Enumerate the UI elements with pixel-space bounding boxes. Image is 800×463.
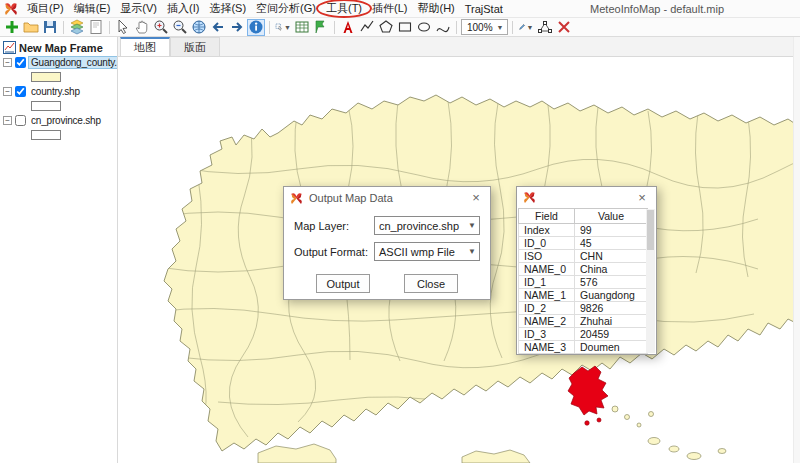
table-row[interactable]: ID_29826 bbox=[519, 302, 648, 315]
field-cell: Index bbox=[519, 224, 575, 237]
table-scrollbar[interactable] bbox=[646, 209, 655, 353]
menu-edit[interactable]: 编辑(E) bbox=[69, 0, 116, 17]
value-cell: 45 bbox=[575, 237, 648, 250]
collapse-toggle-icon[interactable]: − bbox=[3, 116, 12, 125]
legend-swatch[interactable] bbox=[31, 130, 61, 140]
legend-row bbox=[3, 99, 117, 113]
layout-page-icon[interactable] bbox=[87, 19, 105, 36]
table-row[interactable]: NAME_3Doumen bbox=[519, 341, 648, 354]
close-icon[interactable]: × bbox=[468, 191, 484, 205]
field-cell: NAME_2 bbox=[519, 315, 575, 328]
value-cell: 20459 bbox=[575, 328, 648, 341]
menu-trajstat[interactable]: TrajStat bbox=[460, 2, 508, 16]
map-frame-node[interactable]: New Map Frame bbox=[3, 40, 117, 55]
menu-tools[interactable]: 工具(T) bbox=[321, 0, 367, 17]
chevron-down-icon: ▼ bbox=[465, 221, 479, 230]
toolbar-separator bbox=[512, 21, 513, 34]
table-row[interactable]: ISOCHN bbox=[519, 250, 648, 263]
edit-pencil-icon[interactable]: ▼ bbox=[517, 19, 535, 36]
ellipse-icon[interactable] bbox=[415, 19, 433, 36]
map-layer-label: Map Layer: bbox=[294, 220, 374, 232]
menu-insert[interactable]: 插入(I) bbox=[162, 0, 204, 17]
dialog-titlebar[interactable]: × bbox=[517, 187, 656, 208]
label-icon[interactable] bbox=[312, 19, 330, 36]
toolbar-separator bbox=[109, 21, 110, 34]
field-cell: NAME_1 bbox=[519, 289, 575, 302]
layer-label[interactable]: country.shp bbox=[29, 86, 82, 97]
layer-checkbox[interactable] bbox=[15, 115, 26, 126]
select-feature-icon[interactable]: ▼ bbox=[274, 19, 292, 36]
menu-bar: 项目(P) 编辑(E) 显示(V) 插入(I) 选择(S) 空间分析(G) 工具… bbox=[0, 0, 800, 18]
collapse-toggle-icon[interactable]: − bbox=[3, 87, 12, 96]
chevron-down-icon: ▼ bbox=[465, 247, 479, 256]
select-element-icon[interactable] bbox=[114, 19, 132, 36]
rectangle-icon[interactable] bbox=[396, 19, 414, 36]
legend-swatch[interactable] bbox=[31, 72, 61, 82]
layer-checkbox[interactable] bbox=[15, 86, 26, 97]
save-project-icon[interactable] bbox=[41, 19, 59, 36]
layer-node[interactable]: − Guangdong_county.shp bbox=[3, 55, 117, 70]
layers-icon[interactable] bbox=[68, 19, 86, 36]
table-row[interactable]: Index99 bbox=[519, 224, 648, 237]
zoom-next-icon[interactable] bbox=[228, 19, 246, 36]
zoom-previous-icon[interactable] bbox=[209, 19, 227, 36]
polygon-icon[interactable] bbox=[377, 19, 395, 36]
value-cell: 99 bbox=[575, 224, 648, 237]
zoom-out-icon[interactable] bbox=[171, 19, 189, 36]
layer-checkbox[interactable] bbox=[15, 57, 26, 68]
dropdown-arrow-icon: ▼ bbox=[284, 24, 291, 31]
attribute-table-icon[interactable] bbox=[293, 19, 311, 36]
column-header-field[interactable]: Field bbox=[519, 209, 575, 224]
value-cell: China bbox=[575, 263, 648, 276]
field-cell: ID_3 bbox=[519, 328, 575, 341]
pan-icon[interactable] bbox=[133, 19, 151, 36]
collapse-toggle-icon[interactable]: − bbox=[3, 58, 12, 67]
table-row[interactable]: NAME_1Guangdong bbox=[519, 289, 648, 302]
menu-plugins[interactable]: 插件(L) bbox=[367, 0, 412, 17]
table-row[interactable]: NAME_0China bbox=[519, 263, 648, 276]
output-format-select[interactable]: ASCII wmp File ▼ bbox=[374, 242, 480, 261]
menu-project[interactable]: 项目(P) bbox=[22, 0, 69, 17]
output-map-data-dialog: Output Map Data × Map Layer: cn_province… bbox=[283, 186, 491, 300]
map-layer-select[interactable]: cn_province.shp ▼ bbox=[374, 216, 480, 235]
polyline-icon[interactable] bbox=[358, 19, 376, 36]
menu-selection[interactable]: 选择(S) bbox=[204, 0, 251, 17]
table-row[interactable]: ID_045 bbox=[519, 237, 648, 250]
full-extent-icon[interactable] bbox=[190, 19, 208, 36]
scrollbar-thumb[interactable] bbox=[647, 210, 654, 250]
delete-feature-icon[interactable] bbox=[555, 19, 573, 36]
close-icon[interactable]: × bbox=[634, 191, 650, 205]
layers-panel: New Map Frame − Guangdong_county.shp − c… bbox=[0, 37, 118, 463]
table-row[interactable]: ID_1576 bbox=[519, 276, 648, 289]
menu-geoprocessing[interactable]: 空间分析(G) bbox=[251, 0, 321, 17]
layer-node[interactable]: − country.shp bbox=[3, 84, 117, 99]
layer-label[interactable]: Guangdong_county.shp bbox=[29, 57, 117, 68]
dialog-titlebar[interactable]: Output Map Data × bbox=[284, 187, 490, 209]
legend-swatch[interactable] bbox=[31, 101, 61, 111]
curve-icon[interactable] bbox=[434, 19, 452, 36]
table-row[interactable]: NAME_2Zhuhai bbox=[519, 315, 648, 328]
vertical-scrollbar[interactable] bbox=[793, 37, 800, 463]
layer-label[interactable]: cn_province.shp bbox=[29, 115, 103, 126]
output-button[interactable]: Output bbox=[316, 274, 370, 293]
menu-help[interactable]: 帮助(H) bbox=[412, 0, 459, 17]
zoom-in-icon[interactable] bbox=[152, 19, 170, 36]
column-header-value[interactable]: Value bbox=[575, 209, 648, 224]
zoom-level-combo[interactable]: 100%▼ bbox=[461, 19, 508, 35]
output-format-label: Output Format: bbox=[294, 246, 374, 258]
open-project-icon[interactable] bbox=[22, 19, 40, 36]
add-layer-icon[interactable] bbox=[3, 19, 21, 36]
table-row[interactable]: ID_320459 bbox=[519, 328, 648, 341]
identify-icon[interactable] bbox=[247, 19, 265, 36]
tab-map[interactable]: 地图 bbox=[120, 37, 170, 56]
toolbar-separator bbox=[456, 21, 457, 34]
close-button[interactable]: Close bbox=[404, 274, 458, 293]
tab-layout[interactable]: 版面 bbox=[170, 37, 220, 56]
app-logo-icon bbox=[4, 2, 18, 16]
text-icon[interactable] bbox=[339, 19, 357, 36]
edit-vertices-icon[interactable] bbox=[536, 19, 554, 36]
field-cell: ID_1 bbox=[519, 276, 575, 289]
layer-node[interactable]: − cn_province.shp bbox=[3, 113, 117, 128]
selected-county-polygon[interactable] bbox=[568, 366, 608, 425]
menu-view[interactable]: 显示(V) bbox=[115, 0, 162, 17]
